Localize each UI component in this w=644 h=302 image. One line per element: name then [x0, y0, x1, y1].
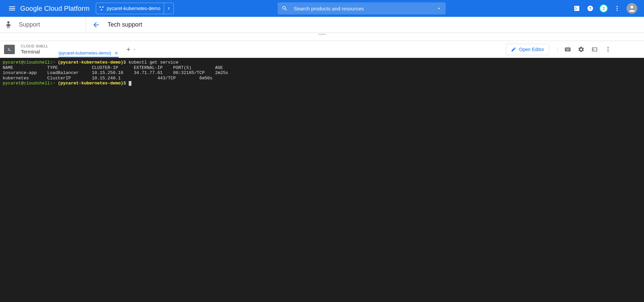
sub-header: Support Tech support: [0, 17, 644, 33]
cloud-shell-header: CLOUD SHELL Terminal (pycaret-kubernetes…: [0, 41, 644, 58]
pencil-icon: [511, 47, 516, 52]
sub-header-left: Support: [0, 17, 86, 33]
terminal-output[interactable]: pycaret@cloudshell:~ (pycaret-kubernetes…: [0, 58, 644, 302]
notifications-badge[interactable]: 2: [600, 4, 608, 12]
section-label: Support: [19, 21, 40, 28]
search-dropdown-icon[interactable]: [436, 6, 442, 11]
shell-toolbar: Open Editor: [506, 44, 640, 55]
gear-icon[interactable]: [578, 46, 585, 53]
search-input[interactable]: [294, 6, 436, 11]
shell-title-block: CLOUD SHELL Terminal: [21, 44, 48, 54]
new-tab-button[interactable]: [125, 46, 136, 52]
open-editor-button[interactable]: Open Editor: [506, 44, 549, 55]
svg-point-0: [99, 6, 101, 8]
hamburger-menu-icon[interactable]: [8, 4, 16, 12]
project-icon: [99, 6, 104, 11]
drag-handle-icon[interactable]: [318, 34, 326, 35]
open-editor-label: Open Editor: [519, 47, 544, 52]
project-selector[interactable]: pycaret-kubernetes-demo: [96, 3, 174, 14]
terminal-label: Terminal: [21, 49, 48, 55]
search-icon: [282, 5, 288, 11]
top-nav-bar: Google Cloud Platform pycaret-kubernetes…: [0, 0, 644, 17]
svg-point-2: [101, 9, 102, 10]
svg-point-9: [7, 21, 10, 23]
more-vert-icon[interactable]: [605, 46, 611, 53]
svg-point-5: [616, 6, 617, 7]
gcp-logo[interactable]: Google Cloud Platform: [20, 5, 90, 12]
close-tab-icon[interactable]: [114, 51, 119, 55]
project-name: pycaret-kubernetes-demo: [107, 6, 161, 11]
shell-tab[interactable]: (pycaret-kubernetes-demo): [58, 41, 119, 58]
svg-point-11: [607, 49, 608, 50]
project-dropdown-icon: [164, 3, 171, 14]
shell-tool-icons: [557, 46, 611, 53]
user-avatar[interactable]: [627, 3, 637, 14]
web-preview-icon[interactable]: [591, 46, 598, 53]
cloud-shell-label: CLOUD SHELL: [21, 44, 48, 48]
help-icon[interactable]: ?: [586, 4, 594, 12]
svg-point-8: [631, 6, 633, 8]
resize-handle-area: [0, 33, 644, 41]
svg-text:?: ?: [589, 6, 591, 10]
chevron-down-icon: [133, 48, 136, 51]
more-vert-icon[interactable]: [613, 4, 621, 12]
svg-point-12: [607, 51, 608, 52]
back-arrow-icon[interactable]: [92, 21, 100, 29]
shell-tab-name: (pycaret-kubernetes-demo): [58, 50, 111, 55]
support-icon: [4, 21, 13, 29]
keyboard-icon[interactable]: [564, 46, 571, 53]
svg-point-7: [616, 10, 617, 11]
terminal-icon: [4, 45, 15, 54]
search-box[interactable]: [278, 2, 446, 14]
top-right-icons: ? 2: [573, 3, 637, 14]
page-title: Tech support: [108, 21, 142, 28]
svg-point-6: [616, 8, 617, 9]
sub-header-right: Tech support: [86, 21, 644, 29]
svg-point-1: [102, 6, 104, 8]
svg-point-10: [607, 47, 608, 48]
cloud-shell-icon[interactable]: [573, 4, 581, 12]
